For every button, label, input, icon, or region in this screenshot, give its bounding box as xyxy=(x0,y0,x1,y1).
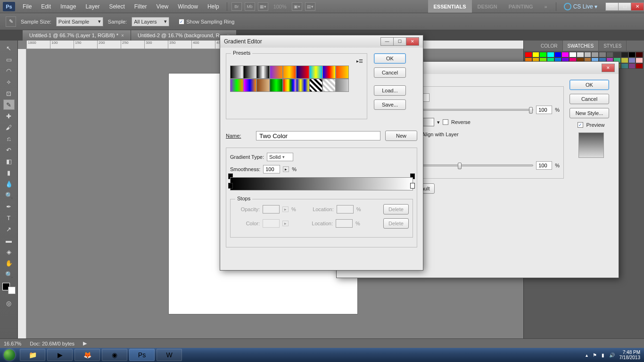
gradient-name-input[interactable] xyxy=(256,131,380,140)
color-swatches[interactable] xyxy=(2,283,16,294)
hand-tool[interactable]: ✋ xyxy=(3,258,15,268)
gradient-bar[interactable] xyxy=(230,177,413,190)
task-explorer[interactable]: 📁 xyxy=(20,349,45,361)
window-minimize[interactable]: — xyxy=(380,37,394,46)
gradient-preset[interactable] xyxy=(296,79,309,92)
load-button[interactable]: Load... xyxy=(374,85,406,96)
swatch[interactable] xyxy=(621,58,628,63)
dialog-titlebar[interactable]: Gradient Editor — ☐ ✕ xyxy=(220,35,423,48)
close-icon[interactable]: × xyxy=(121,33,124,38)
task-word[interactable]: W xyxy=(157,349,182,361)
arrange-icon[interactable]: ▦▾ xyxy=(258,2,268,11)
3d-tool[interactable]: ◈ xyxy=(3,247,15,257)
gradient-preset[interactable] xyxy=(283,79,296,92)
status-zoom[interactable]: 16.67% xyxy=(4,341,21,346)
menu-layer[interactable]: Layer xyxy=(81,3,104,10)
move-tool[interactable]: ↖ xyxy=(3,43,15,53)
workspace-design[interactable]: DESIGN xyxy=(472,0,503,13)
gradient-preset[interactable] xyxy=(230,79,243,92)
gradient-preset[interactable] xyxy=(256,66,270,79)
menu-edit[interactable]: Edit xyxy=(36,3,56,10)
new-style-button[interactable]: New Style... xyxy=(570,108,609,118)
window-maximize[interactable]: ☐ xyxy=(618,2,631,11)
tray-volume-icon[interactable]: 🔊 xyxy=(609,353,615,358)
brush-tool[interactable]: 🖌 xyxy=(3,122,15,132)
opacity-input[interactable] xyxy=(536,106,552,114)
ok-button[interactable]: OK xyxy=(570,80,609,90)
tray-flag-icon[interactable]: ⚑ xyxy=(593,353,597,358)
panel-tab-styles[interactable]: STYLES xyxy=(599,41,627,51)
menu-view[interactable]: View xyxy=(151,3,173,10)
window-close[interactable]: ✕ xyxy=(631,2,644,11)
menu-filter[interactable]: Filter xyxy=(130,3,152,10)
close-icon[interactable]: ✕ xyxy=(602,64,615,72)
window-maximize[interactable]: ☐ xyxy=(393,37,406,46)
gradient-tool[interactable]: ▮ xyxy=(3,167,15,178)
heal-tool[interactable]: ✚ xyxy=(3,111,15,121)
eraser-tool[interactable]: ◧ xyxy=(3,156,15,166)
gradient-type-dropdown[interactable]: Solid xyxy=(267,153,293,161)
save-button[interactable]: Save... xyxy=(374,99,406,110)
bridge-icon[interactable]: Br xyxy=(231,2,242,11)
tray-net-icon[interactable]: ▮ xyxy=(602,353,604,358)
swatch[interactable] xyxy=(621,52,628,58)
swatch[interactable] xyxy=(628,52,636,58)
panel-tab-color[interactable]: COLOR xyxy=(536,41,563,51)
swatch[interactable] xyxy=(539,52,547,58)
cs-live-button[interactable]: CS Live ▾ xyxy=(559,3,602,10)
menu-file[interactable]: File xyxy=(18,3,36,10)
swatch[interactable] xyxy=(606,52,614,58)
swatch[interactable] xyxy=(577,52,584,58)
swatch[interactable] xyxy=(591,52,599,58)
swatch[interactable] xyxy=(628,63,636,69)
presets-grid[interactable] xyxy=(230,66,363,92)
extras-icon[interactable]: ▤▾ xyxy=(305,2,315,11)
sample-dropdown[interactable]: All Layers▾ xyxy=(132,17,169,26)
zoom-tool[interactable]: 🔍 xyxy=(3,269,15,280)
preview-checkbox[interactable]: ✓ xyxy=(578,122,583,128)
crop-tool[interactable]: ⊡ xyxy=(3,88,15,99)
task-firefox[interactable]: 🦊 xyxy=(74,349,100,361)
gradient-preset[interactable] xyxy=(296,66,309,79)
current-tool-icon[interactable]: ✎ xyxy=(6,16,16,27)
workspace-more[interactable]: » xyxy=(539,0,553,13)
gradient-preset[interactable] xyxy=(270,79,283,92)
show-sampling-ring-checkbox[interactable]: ✓Show Sampling Ring xyxy=(179,19,234,25)
ok-button[interactable]: OK xyxy=(374,53,406,64)
gradient-preset[interactable] xyxy=(322,66,336,79)
minibridge-icon[interactable]: Mb xyxy=(245,2,255,11)
swatch[interactable] xyxy=(532,52,540,58)
window-minimize[interactable]: — xyxy=(605,2,619,11)
swatch[interactable] xyxy=(525,52,532,58)
history-brush-tool[interactable]: ↶ xyxy=(3,145,15,155)
gradient-preset[interactable] xyxy=(283,66,296,79)
swatch[interactable] xyxy=(547,52,554,58)
status-doc-size[interactable]: Doc: 20.6M/0 bytes xyxy=(30,341,74,346)
quickmask-tool[interactable]: ◎ xyxy=(3,298,15,308)
gradient-preset[interactable] xyxy=(270,66,283,79)
swatch[interactable] xyxy=(636,63,643,69)
workspace-essentials[interactable]: ESSENTIALS xyxy=(428,0,472,13)
task-media[interactable]: ▶ xyxy=(47,349,73,361)
color-stop-right[interactable] xyxy=(410,183,415,189)
smoothness-input[interactable] xyxy=(263,165,280,173)
swatch[interactable] xyxy=(636,52,643,58)
panel-tab-swatches[interactable]: SWATCHES xyxy=(563,41,599,51)
workspace-painting[interactable]: PAINTING xyxy=(503,0,539,13)
path-tool[interactable]: ↗ xyxy=(3,224,15,234)
swatch[interactable] xyxy=(628,58,636,63)
swatch[interactable] xyxy=(569,52,577,58)
shape-tool[interactable]: ▬ xyxy=(3,235,15,246)
type-tool[interactable]: T xyxy=(3,213,15,223)
gradient-preset[interactable] xyxy=(336,66,349,79)
doc-tab-1[interactable]: Untitled-1 @ 66.7% (Layer 1, RGB/8) *× xyxy=(23,30,131,41)
gradient-preset[interactable] xyxy=(309,66,322,79)
close-icon[interactable]: ✕ xyxy=(406,37,419,46)
new-button[interactable]: New xyxy=(385,131,417,141)
tray-up-icon[interactable]: ▴ xyxy=(586,353,588,358)
swatch[interactable] xyxy=(584,52,592,58)
gradient-preset[interactable] xyxy=(322,79,336,92)
marquee-tool[interactable]: ▭ xyxy=(3,54,15,65)
screen-mode-icon[interactable]: ▣▾ xyxy=(292,2,302,11)
swatch[interactable] xyxy=(561,52,569,58)
